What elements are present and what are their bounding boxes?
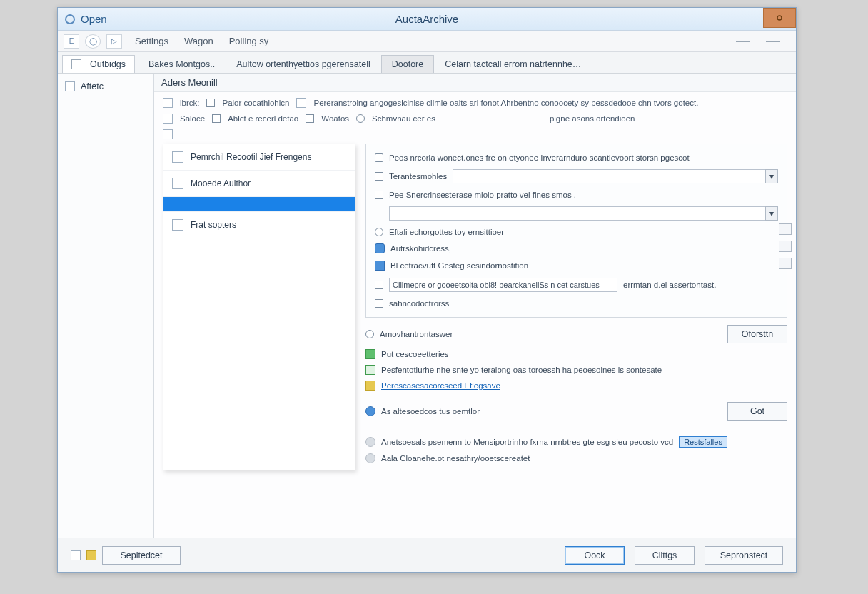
grid-icon — [71, 550, 81, 560]
menu-polling[interactable]: Polling sy — [222, 33, 276, 49]
sidebar-item-label: Aftetc — [81, 81, 104, 91]
panel-icon — [172, 178, 183, 189]
checkbox[interactable] — [375, 281, 383, 289]
check-icon — [365, 349, 375, 359]
footer-left-button[interactable]: Sepitedcet — [102, 546, 181, 565]
combo-input[interactable] — [389, 206, 778, 221]
options-button[interactable]: Oforsttn — [727, 325, 787, 343]
checkbox[interactable] — [375, 153, 383, 162]
close-icon — [776, 14, 783, 21]
section-header: Aders Meonill — [154, 74, 796, 92]
opt-label: Woatos — [321, 114, 349, 123]
checkbox[interactable] — [306, 114, 314, 123]
tab-dootore[interactable]: Dootore — [381, 55, 434, 73]
radio[interactable] — [365, 330, 374, 338]
sidebar-item-aftetc[interactable]: Aftetc — [58, 78, 153, 95]
list-item-label: Pemrchil Recootil Jief Frengens — [191, 152, 311, 162]
window-title: AuctaArchive — [395, 13, 458, 25]
go-button[interactable]: Got — [727, 402, 787, 421]
apply-button[interactable]: Sepronstect — [705, 546, 783, 565]
radio[interactable] — [375, 228, 383, 236]
combo-field[interactable]: ▾ — [389, 206, 778, 221]
panel-text: Peos nrcoria wonect.ones fre on etyonee … — [389, 153, 690, 162]
opt-label: Schmvnau cer es — [372, 114, 435, 123]
tabbar: Outbidgs Bakes Montgos.. Aultow ortenthy… — [58, 52, 796, 74]
option-desc: Pesfentotlurhe nhe snte yo teralong oas … — [381, 366, 662, 374]
badge[interactable]: Restsfalles — [679, 436, 727, 448]
tab-bakes[interactable]: Bakes Montgos.. — [138, 55, 226, 73]
minimize-icon[interactable] — [736, 41, 750, 42]
option-label: Put cescoeetteries — [381, 350, 449, 358]
list-icon — [163, 98, 173, 108]
checkbox[interactable] — [375, 191, 383, 199]
opt-label: Palor cocathlohicn — [222, 99, 289, 107]
combo-input[interactable] — [453, 169, 778, 183]
db-icon — [365, 381, 375, 391]
right-pane: Peos nrcoria wonect.ones fre on etyonee … — [355, 144, 787, 470]
page-icon — [296, 98, 306, 108]
titlebar: Open AuctaArchive — [58, 8, 796, 31]
field-label: Terantesmohles — [389, 172, 447, 181]
tab-label: Bakes Montgos.. — [148, 59, 215, 69]
toolbar-icon-1[interactable]: E — [64, 34, 79, 49]
ok-button[interactable]: Oock — [565, 546, 625, 565]
checkbox[interactable] — [212, 114, 221, 123]
toolbar-icon-2[interactable]: ◯ — [85, 34, 101, 49]
list-item[interactable]: Frat sopters — [163, 212, 355, 238]
link[interactable]: Perescasesacorcseed Eflegsave — [381, 381, 500, 390]
checkbox[interactable] — [375, 172, 383, 181]
svg-point-0 — [777, 16, 782, 20]
checkbox[interactable] — [206, 99, 215, 107]
side-tab-outbidgs[interactable]: Outbidgs — [62, 55, 135, 73]
list-icon[interactable] — [779, 241, 792, 252]
checkbox[interactable] — [375, 299, 383, 308]
user-icon — [375, 261, 385, 271]
para-icon[interactable] — [779, 258, 792, 269]
app-window: Open AuctaArchive E ◯ ▷ Settings Wagon P… — [57, 7, 797, 573]
panel-icon — [172, 151, 183, 163]
side-icons — [779, 223, 792, 269]
opt-desc: Pereranstrolng angogesicinise ciimie oal… — [313, 99, 787, 107]
folder-icon — [86, 550, 96, 560]
sub-heading: Bl cetracvuft Gesteg sesindornostition — [390, 261, 528, 270]
titlebar-open-label: Open — [81, 13, 107, 25]
side-tab-label: Outbidgs — [90, 59, 126, 69]
grid-icon — [163, 114, 173, 124]
list-item-label: Mooede Aulthor — [191, 178, 251, 188]
tab-label: Aultow ortenthyettios pgerensatell — [236, 59, 370, 69]
body: Aftetc Aders Meonill lbrck: Palor cocath… — [58, 74, 796, 538]
tab-celarn[interactable]: Celarn tactcall errom natrtennhe… — [434, 55, 592, 73]
list-item[interactable]: Mooede Aulthor — [163, 171, 355, 197]
combo-field[interactable]: ▾ — [453, 169, 778, 183]
opt-label: Saloce — [180, 114, 205, 123]
option-label: Amovhantrontaswer — [380, 330, 453, 338]
titlebar-left: Open — [58, 13, 107, 25]
category-list: Pemrchil Recootil Jief Frengens Mooede A… — [163, 144, 355, 470]
sub-option: sahncodoctrorss — [389, 299, 449, 308]
tab-autoarchive[interactable]: Aultow ortenthyettios pgerensatell — [226, 55, 381, 73]
heading: Autrskohidcress, — [390, 244, 451, 253]
radio[interactable] — [356, 114, 365, 123]
list-item-selected[interactable] — [163, 197, 355, 212]
align-icon[interactable] — [779, 223, 792, 235]
close-dialog-button[interactable]: Clittgs — [635, 546, 695, 565]
menu-wagon[interactable]: Wagon — [177, 33, 221, 49]
below-panel: Amovhantrontaswer Oforsttn Put cescoeett… — [365, 318, 787, 470]
refresh-icon[interactable] — [65, 14, 75, 24]
trailing-text: errmtan d.el assertontast. — [623, 281, 716, 289]
toolbar-icon-3[interactable]: ▷ — [106, 34, 122, 49]
opt-label: Ablct e recerl detao — [228, 114, 298, 123]
inline-input[interactable] — [389, 278, 617, 292]
info-icon — [365, 406, 375, 416]
drive-icon — [163, 129, 173, 139]
globe-icon — [365, 437, 375, 447]
option-desc: Anetsoesals psemenn to Mensiportrinho fx… — [381, 438, 673, 446]
close-button[interactable] — [763, 8, 796, 28]
restore-icon[interactable] — [766, 41, 780, 42]
menu-settings[interactable]: Settings — [128, 33, 176, 49]
opt-label: pigne asons ortendioen — [550, 114, 635, 123]
list-item[interactable]: Pemrchil Recootil Jief Frengens — [163, 144, 355, 171]
chevron-down-icon[interactable]: ▾ — [765, 206, 778, 221]
chevron-down-icon[interactable]: ▾ — [765, 169, 778, 183]
opt-label: lbrck: — [180, 99, 199, 107]
